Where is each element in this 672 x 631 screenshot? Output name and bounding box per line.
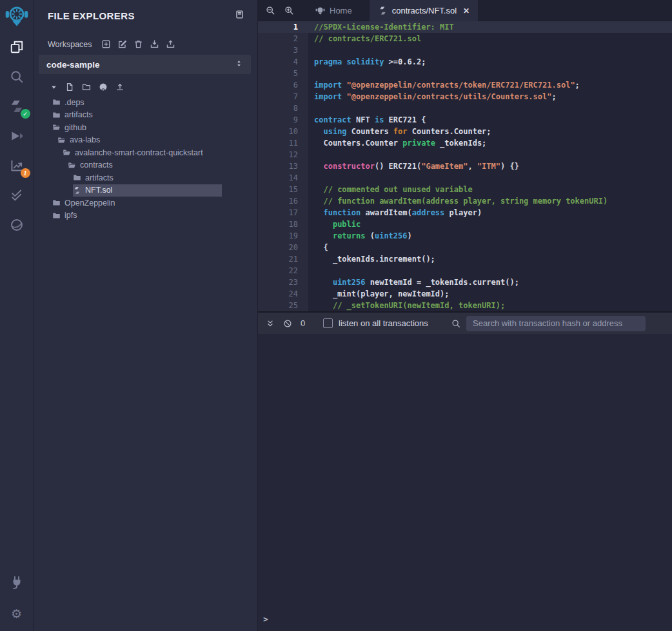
line-number: 2 (258, 33, 308, 44)
panel-title: FILE EXPLORERS (48, 10, 135, 21)
publish-icon[interactable] (115, 83, 124, 92)
folder-open-icon (52, 123, 61, 131)
tree-item-label: artifacts (64, 110, 93, 119)
line-number: 24 (258, 288, 308, 300)
folder-icon (52, 211, 61, 220)
book-icon[interactable] (235, 10, 244, 22)
tree-item-deps[interactable]: .deps (52, 96, 222, 109)
line-number: 6 (258, 79, 308, 91)
tree-item-artifacts[interactable]: artifacts (52, 109, 222, 122)
analytics-icon[interactable]: 1 (7, 157, 26, 174)
code-line-24: 24 _mint(player, newItemId); (258, 288, 672, 300)
download-workspaces-icon[interactable] (150, 39, 159, 49)
tab-home[interactable]: Home (307, 0, 361, 21)
tree-item-artifacts[interactable]: artifacts (73, 171, 222, 184)
line-number: 19 (258, 230, 308, 242)
line-number: 8 (258, 102, 308, 114)
create-workspace-icon[interactable] (101, 39, 111, 49)
tree-item-nft-sol[interactable]: NFT.sol (73, 184, 222, 197)
code-line-17: 17 function awardItem(address player) (258, 207, 672, 218)
compiled-check-badge: ✓ (21, 109, 30, 119)
tab-contracts-nft-sol[interactable]: contracts/NFT.sol✕ (370, 0, 478, 21)
line-number: 25 (258, 300, 308, 311)
tree-item-openzeppelin[interactable]: OpenZeppelin (52, 197, 222, 209)
solidity-file-icon (73, 186, 81, 195)
search-icon[interactable] (7, 68, 26, 85)
code-line-20: 20 { (258, 242, 672, 253)
code-line-15: 15 // commented out unused variable (258, 184, 672, 195)
file-explorer-icon[interactable] (7, 39, 26, 55)
workspace-selected-value: code-sample (46, 60, 100, 70)
code-editor[interactable]: 1//SPDX-License-Identifier: MIT2// contr… (258, 21, 672, 311)
code-line-16: 16 // function awardItem(address player,… (258, 195, 672, 207)
zoom-in-button[interactable] (280, 0, 299, 21)
line-number: 18 (258, 218, 308, 230)
code-line-11: 11 Counters.Counter private _tokenIds; (258, 137, 672, 149)
workspaces-label: Workspaces (48, 40, 92, 49)
rename-workspace-icon[interactable] (117, 39, 127, 49)
terminal-output[interactable]: > (258, 334, 672, 631)
collapse-tree-icon[interactable] (50, 84, 57, 91)
line-number: 22 (258, 265, 308, 277)
transaction-count: 0 (301, 318, 306, 328)
tree-item-label: ipfs (64, 211, 77, 220)
code-line-13: 13 constructor() ERC721("GameItem", "ITM… (258, 160, 672, 172)
remix-logo[interactable] (5, 4, 29, 28)
select-sorter-icon (235, 59, 243, 70)
code-line-3: 3 (258, 44, 672, 56)
code-line-9: 9contract NFT is ERC721 { (258, 114, 672, 126)
code-line-4: 4pragma solidity >=0.6.2; (258, 56, 672, 68)
code-line-21: 21 _tokenIds.increment(); (258, 253, 672, 265)
tree-item-label: github (64, 123, 86, 132)
tree-item-ipfs[interactable]: ipfs (52, 209, 222, 222)
line-number: 12 (258, 149, 308, 160)
toggle-terminal-icon[interactable] (266, 319, 275, 328)
solidity-icon (378, 6, 388, 15)
line-number: 3 (258, 44, 308, 56)
listen-transactions-label: listen on all transactions (339, 318, 428, 328)
close-tab-icon[interactable]: ✕ (463, 6, 469, 15)
line-number: 21 (258, 253, 308, 265)
terminal-search-icon (451, 319, 460, 328)
folder-open-icon (57, 136, 66, 144)
tab-label: Home (330, 6, 352, 15)
tree-item-github[interactable]: github (52, 121, 222, 134)
line-number: 4 (258, 56, 308, 68)
solidity-compiler-icon[interactable]: ✓ (7, 98, 26, 115)
terminal-search-input[interactable] (466, 316, 646, 331)
line-number: 14 (258, 172, 308, 184)
code-line-19: 19 returns (uint256) (258, 230, 672, 242)
github-icon[interactable] (99, 83, 108, 92)
restore-workspaces-icon[interactable] (166, 39, 175, 49)
line-number: 17 (258, 207, 308, 218)
line-number: 7 (258, 91, 308, 102)
block-transactions-icon[interactable] (283, 319, 292, 328)
code-line-8: 8 (258, 102, 672, 114)
tree-item-contracts[interactable]: contracts (68, 159, 222, 172)
workspace-select[interactable]: code-sample (39, 55, 251, 74)
code-line-10: 10 using Counters for Counters.Counter; (258, 126, 672, 137)
settings-icon[interactable]: ⚙ (7, 605, 26, 622)
tree-item-label: avalanche-smart-contract-quickstart (75, 148, 203, 157)
zoom-out-button[interactable] (261, 0, 280, 21)
folder-open-icon (68, 161, 76, 170)
tree-item-avalanche-smart-contract-quickstart[interactable]: avalanche-smart-contract-quickstart (63, 146, 222, 159)
listen-transactions-checkbox[interactable] (323, 318, 333, 328)
line-number: 1 (258, 21, 308, 33)
tree-item-label: contracts (80, 160, 113, 170)
delete-workspace-icon[interactable] (133, 39, 143, 49)
unit-testing-icon[interactable] (7, 187, 26, 204)
folder-icon (52, 98, 61, 106)
tree-item-label: .deps (64, 98, 84, 107)
tree-item-ava-labs[interactable]: ava-labs (57, 134, 222, 147)
code-line-25: 25 // _setTokenURI(newItemId, tokenURI); (258, 300, 672, 311)
code-line-23: 23 uint256 newItemId = _tokenIds.current… (258, 277, 672, 288)
plugin-sphere-icon[interactable] (7, 217, 26, 233)
new-file-icon[interactable] (65, 83, 74, 92)
deploy-run-icon[interactable] (7, 128, 26, 144)
new-folder-icon[interactable] (82, 83, 91, 92)
file-tree: .depsartifactsgithubava-labsavalanche-sm… (34, 95, 257, 222)
line-number: 5 (258, 68, 308, 79)
line-number: 15 (258, 184, 308, 195)
plugin-manager-icon[interactable] (7, 574, 26, 591)
